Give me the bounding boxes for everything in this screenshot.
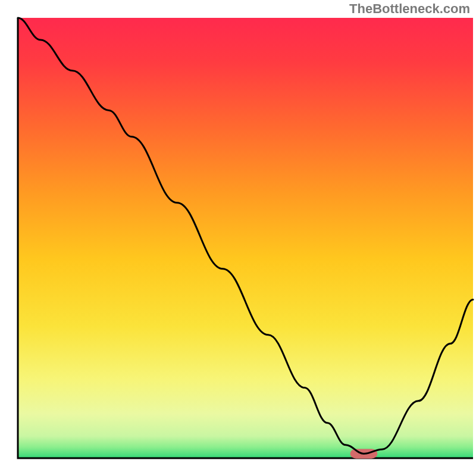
plot-group	[18, 18, 473, 459]
watermark-text: TheBottleneck.com	[349, 1, 470, 17]
chart-container: TheBottleneck.com	[0, 0, 476, 476]
bottleneck-chart	[0, 0, 476, 476]
